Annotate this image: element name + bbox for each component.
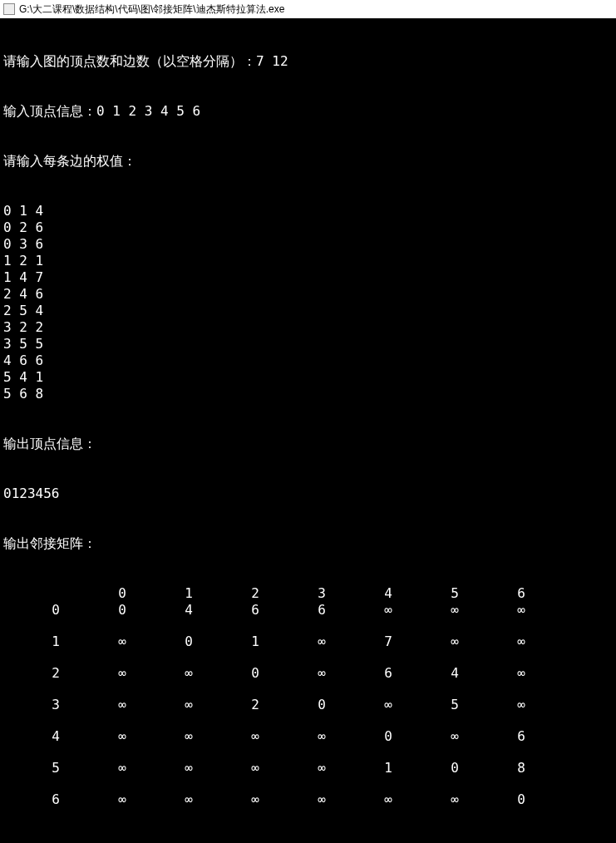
- matrix-col-header: 4: [336, 585, 402, 602]
- matrix-cell: ∞: [469, 602, 535, 619]
- prompt-vertex-info: 输入顶点信息：0 1 2 3 4 5 6: [3, 103, 613, 120]
- matrix-row: 5∞∞∞∞108: [3, 760, 613, 776]
- matrix-cell: 6: [336, 665, 402, 682]
- edge-input: 1 4 7: [3, 269, 613, 286]
- matrix-cell: ∞: [336, 791, 402, 808]
- matrix-cell: ∞: [70, 760, 136, 776]
- matrix-cell: ∞: [70, 728, 136, 745]
- matrix-cell: 4: [136, 602, 203, 619]
- matrix-cell: 0: [469, 791, 535, 808]
- matrix-row-label: 2: [3, 665, 70, 682]
- matrix-row-label: 3: [3, 697, 70, 713]
- matrix-cell: ∞: [203, 760, 269, 776]
- matrix-cell: ∞: [136, 791, 203, 808]
- matrix-corner: [3, 585, 70, 602]
- matrix-cell: ∞: [402, 633, 469, 650]
- matrix-cell: 0: [269, 697, 336, 713]
- edge-input: 2 4 6: [3, 286, 613, 303]
- console-output: 请输入图的顶点数和边数（以空格分隔）：7 12 输入顶点信息：0 1 2 3 4…: [0, 18, 616, 843]
- matrix-row-label: 1: [3, 633, 70, 650]
- matrix-cell: 5: [402, 697, 469, 713]
- edge-input: 4 6 6: [3, 352, 613, 369]
- matrix-row: 2∞∞0∞64∞: [3, 665, 613, 682]
- matrix-cell: ∞: [70, 665, 136, 682]
- matrix-row-label: 5: [3, 760, 70, 776]
- matrix-row: 00466∞∞∞: [3, 602, 613, 619]
- matrix-cell: ∞: [203, 728, 269, 745]
- edge-input: 3 5 5: [3, 336, 613, 352]
- matrix-cell: ∞: [402, 602, 469, 619]
- matrix-col-header: 0: [70, 585, 136, 602]
- app-icon: [3, 3, 15, 15]
- matrix-cell: 4: [402, 665, 469, 682]
- titlebar: G:\大二课程\数据结构\代码\图\邻接矩阵\迪杰斯特拉算法.exe: [0, 0, 616, 18]
- matrix-cell: ∞: [469, 665, 535, 682]
- edges-list: 0 1 40 2 60 3 61 2 11 4 72 4 62 5 43 2 2…: [3, 203, 613, 402]
- matrix-cell: ∞: [336, 602, 402, 619]
- matrix-cell: ∞: [402, 791, 469, 808]
- matrix-cell: ∞: [70, 791, 136, 808]
- output-vertex-sequence: 0123456: [3, 486, 613, 502]
- matrix-cell: 8: [469, 760, 535, 776]
- matrix-cell: 0: [203, 665, 269, 682]
- matrix-cell: ∞: [402, 728, 469, 745]
- output-vertex-label: 输出顶点信息：: [3, 436, 613, 452]
- edge-input: 0 3 6: [3, 236, 613, 253]
- matrix-cell: 1: [203, 633, 269, 650]
- matrix-cell: ∞: [269, 633, 336, 650]
- matrix-cell: 6: [469, 728, 535, 745]
- matrix-col-header: 1: [136, 585, 203, 602]
- matrix-cell: ∞: [136, 697, 203, 713]
- matrix-row: 6∞∞∞∞∞∞0: [3, 791, 613, 808]
- matrix-cell: 0: [402, 760, 469, 776]
- matrix-cell: ∞: [336, 697, 402, 713]
- matrix-cell: 1: [336, 760, 402, 776]
- matrix-cell: ∞: [136, 665, 203, 682]
- matrix-cell: ∞: [469, 633, 535, 650]
- edge-input: 0 2 6: [3, 219, 613, 236]
- matrix-cell: ∞: [70, 633, 136, 650]
- matrix-cell: 7: [336, 633, 402, 650]
- matrix-cell: ∞: [136, 760, 203, 776]
- edge-input: 5 4 1: [3, 369, 613, 386]
- matrix-cell: ∞: [269, 760, 336, 776]
- prompt-vertices-edges: 请输入图的顶点数和边数（以空格分隔）：7 12: [3, 53, 613, 70]
- adjacency-matrix: 012345600466∞∞∞1∞01∞7∞∞2∞∞0∞64∞3∞∞20∞5∞4…: [3, 585, 613, 808]
- edge-input: 3 2 2: [3, 319, 613, 336]
- edge-input: 2 5 4: [3, 303, 613, 319]
- matrix-row: 3∞∞20∞5∞: [3, 697, 613, 713]
- matrix-cell: 6: [269, 602, 336, 619]
- matrix-cell: ∞: [469, 697, 535, 713]
- matrix-cell: ∞: [269, 665, 336, 682]
- matrix-col-header: 5: [402, 585, 469, 602]
- edge-input: 5 6 8: [3, 386, 613, 402]
- edge-input: 0 1 4: [3, 203, 613, 219]
- matrix-row-label: 4: [3, 728, 70, 745]
- matrix-col-header: 2: [203, 585, 269, 602]
- matrix-cell: 0: [70, 602, 136, 619]
- matrix-cell: 6: [203, 602, 269, 619]
- matrix-col-header: 3: [269, 585, 336, 602]
- matrix-cell: ∞: [269, 728, 336, 745]
- matrix-header-row: 0123456: [3, 585, 613, 602]
- matrix-cell: 2: [203, 697, 269, 713]
- output-matrix-label: 输出邻接矩阵：: [3, 535, 613, 552]
- matrix-row-label: 0: [3, 602, 70, 619]
- window-title: G:\大二课程\数据结构\代码\图\邻接矩阵\迪杰斯特拉算法.exe: [19, 2, 284, 17]
- matrix-cell: ∞: [136, 728, 203, 745]
- matrix-row-label: 6: [3, 791, 70, 808]
- matrix-row: 4∞∞∞∞0∞6: [3, 728, 613, 745]
- matrix-row: 1∞01∞7∞∞: [3, 633, 613, 650]
- prompt-edge-weights: 请输入每条边的权值：: [3, 153, 613, 170]
- matrix-cell: ∞: [269, 791, 336, 808]
- matrix-col-header: 6: [469, 585, 535, 602]
- edge-input: 1 2 1: [3, 253, 613, 269]
- matrix-cell: ∞: [203, 791, 269, 808]
- matrix-cell: 0: [336, 728, 402, 745]
- matrix-cell: 0: [136, 633, 203, 650]
- matrix-cell: ∞: [70, 697, 136, 713]
